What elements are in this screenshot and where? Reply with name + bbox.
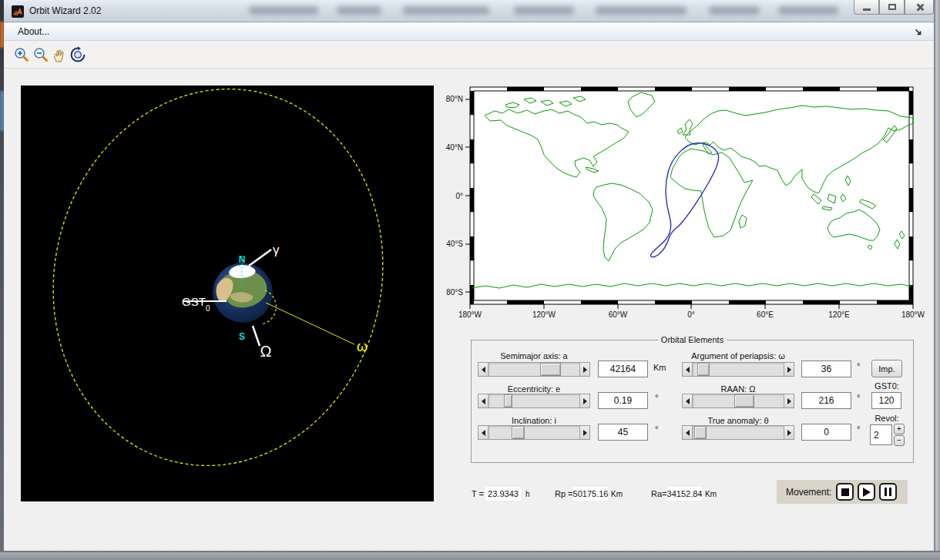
- perigee-value: 50175.16: [573, 487, 608, 501]
- gst0-field[interactable]: 120: [871, 392, 901, 409]
- arrow-left-icon: [482, 430, 485, 436]
- perigee-label: Rp =: [555, 489, 573, 498]
- arrow-right-icon: [787, 430, 791, 436]
- pan-hand-icon[interactable]: [51, 46, 68, 63]
- slider-right-arrow[interactable]: [579, 394, 589, 407]
- arg-periapsis-label-ui: Argument of periapsis: ω: [676, 351, 800, 360]
- arg-periapsis-field[interactable]: 36: [801, 360, 851, 377]
- window-controls: [854, 0, 934, 15]
- raan-label-ui: RAAN: Ω: [676, 384, 800, 394]
- window-title: Orbit Wizard 2.02: [29, 5, 101, 16]
- semimajor-field[interactable]: 42164: [598, 360, 648, 377]
- semimajor-unit: Km: [653, 363, 666, 372]
- xtick-label: 120°E: [828, 310, 850, 319]
- close-button[interactable]: [905, 0, 934, 15]
- xtick-label: 60°E: [757, 310, 774, 319]
- arg-periapsis-slider[interactable]: [682, 362, 794, 377]
- arrow-left-icon: [482, 367, 485, 373]
- slider-track[interactable]: [693, 363, 784, 376]
- arrow-left-icon: [686, 398, 690, 404]
- titlebar-blur-artifact: [249, 6, 318, 15]
- slider-thumb[interactable]: [734, 394, 754, 407]
- slider-right-arrow[interactable]: [579, 363, 589, 376]
- arg-periapsis-unit: °: [857, 361, 860, 371]
- stop-button[interactable]: [836, 483, 854, 501]
- minimize-button[interactable]: [854, 0, 879, 15]
- semimajor-slider[interactable]: [478, 362, 590, 377]
- slider-right-arrow[interactable]: [784, 394, 794, 407]
- zoom-out-icon[interactable]: [32, 46, 49, 63]
- true-anomaly-unit: °: [857, 424, 860, 434]
- rotate-3d-icon[interactable]: [69, 46, 86, 63]
- slider-thumb[interactable]: [694, 426, 706, 439]
- imp-button[interactable]: Imp.: [871, 360, 902, 377]
- slider-left-arrow[interactable]: [683, 394, 693, 407]
- slider-right-arrow[interactable]: [579, 426, 589, 439]
- map-canvas: [470, 87, 913, 304]
- revol-increment-button[interactable]: +: [894, 424, 905, 434]
- movement-panel: Movement:: [777, 480, 908, 504]
- period-label: T =: [472, 489, 484, 498]
- slider-track[interactable]: [693, 426, 784, 439]
- perigee-unit: Km: [611, 490, 623, 498]
- true-anomaly-slider[interactable]: [682, 425, 794, 440]
- raan-slider[interactable]: [682, 394, 794, 408]
- maximize-button[interactable]: [879, 0, 905, 15]
- pause-button[interactable]: [879, 483, 897, 501]
- titlebar[interactable]: Orbit Wizard 2.02: [4, 0, 934, 22]
- arg-periapsis-label: ω: [357, 339, 368, 354]
- ytick-label: 80°N: [446, 95, 463, 103]
- raan-field[interactable]: 216: [801, 392, 851, 409]
- group-title: Orbital Elements: [658, 335, 727, 344]
- revol-field[interactable]: 2: [870, 424, 892, 445]
- map-frame-top: [470, 87, 913, 91]
- eccentricity-slider[interactable]: [478, 394, 590, 408]
- play-button[interactable]: [858, 483, 875, 501]
- slider-thumb[interactable]: [512, 426, 525, 439]
- slider-left-arrow[interactable]: [683, 363, 693, 376]
- slider-left-arrow[interactable]: [478, 363, 488, 376]
- arrow-right-icon: [583, 367, 587, 373]
- ytick-label: 80°S: [446, 288, 463, 297]
- slider-right-arrow[interactable]: [784, 426, 794, 439]
- zoom-in-icon[interactable]: [13, 46, 30, 63]
- slider-right-arrow[interactable]: [784, 363, 794, 376]
- period-unit: h: [525, 490, 530, 498]
- ytick-label: 40°S: [446, 240, 463, 248]
- slider-left-arrow[interactable]: [478, 394, 488, 407]
- slider-track[interactable]: [488, 394, 579, 407]
- inclination-field[interactable]: 45: [598, 424, 648, 441]
- arrow-right-icon: [787, 367, 791, 373]
- titlebar-blur-artifact: [403, 6, 489, 15]
- apogee-label: Ra=: [651, 489, 667, 498]
- slider-thumb[interactable]: [504, 394, 512, 407]
- slider-track[interactable]: [693, 394, 784, 407]
- menu-overflow-icon[interactable]: [915, 29, 923, 37]
- xtick-label: 0°: [687, 310, 695, 319]
- eccentricity-field[interactable]: 0.19: [598, 392, 648, 409]
- inclination-unit: °: [655, 424, 658, 434]
- menu-item-about[interactable]: About...: [13, 26, 54, 37]
- xtick-label: 180°W: [458, 310, 482, 319]
- xtick-label: 180°W: [901, 310, 925, 319]
- south-pole-label: S: [239, 331, 245, 342]
- eccentricity-label: Eccentricity: e: [472, 384, 596, 394]
- maximize-icon: [888, 4, 896, 10]
- slider-track[interactable]: [488, 426, 579, 439]
- arrow-left-icon: [686, 430, 690, 436]
- slider-thumb[interactable]: [697, 363, 710, 376]
- inclination-label: Inclination: i: [472, 416, 596, 425]
- orbit-3d-view[interactable]: GST 0 N S γ Ω ω: [21, 86, 434, 501]
- revol-decrement-button[interactable]: −: [894, 435, 905, 446]
- true-anomaly-field[interactable]: 0: [801, 424, 851, 441]
- menubar: About...: [4, 23, 934, 41]
- gst0-label: GST0:: [864, 381, 910, 391]
- slider-left-arrow[interactable]: [683, 426, 693, 439]
- slider-track[interactable]: [488, 363, 579, 376]
- inclination-slider[interactable]: [478, 425, 590, 440]
- slider-left-arrow[interactable]: [478, 426, 488, 439]
- movement-label: Movement:: [786, 487, 831, 498]
- xtick-label: 60°W: [609, 310, 628, 319]
- close-icon: [915, 3, 924, 12]
- slider-thumb[interactable]: [540, 363, 561, 376]
